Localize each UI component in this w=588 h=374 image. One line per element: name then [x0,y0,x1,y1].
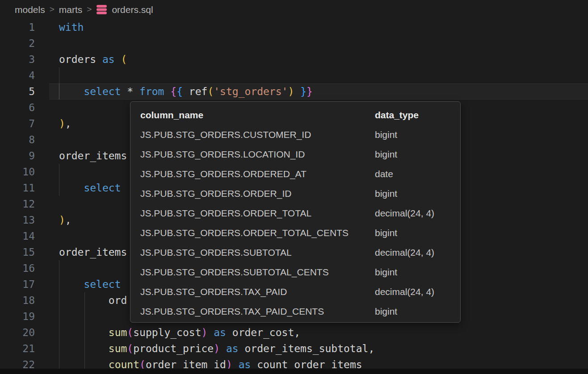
popup-header-row: column_name data_type [130,105,460,125]
line-number: 18 [0,292,35,308]
code-line-21[interactable]: 21 sum(product_price) as order_items_sub… [0,341,588,357]
code-editor[interactable]: 1with23orders as (45 select * from {{ re… [0,0,588,374]
popup-column-name: JS.PUB.STG_ORDERS.SUBTOTAL [140,243,292,262]
line-number: 4 [0,67,35,83]
code-line-1[interactable]: 1with [0,19,588,35]
popup-header-data-type: data_type [375,105,419,125]
popup-header-column-name: column_name [140,105,203,125]
popup-row: JS.PUB.STG_ORDERS.ORDERED_ATdate [130,164,460,184]
popup-row: JS.PUB.STG_ORDERS.ORDER_IDbigint [130,184,460,204]
code-text: select * from {{ ref('stg_orders') }} [59,83,313,100]
popup-row: JS.PUB.STG_ORDERS.ORDER_TOTALdecimal(24,… [130,204,460,223]
popup-row: JS.PUB.STG_ORDERS.CUSTOMER_IDbigint [130,125,460,145]
line-number: 1 [0,19,35,35]
indent-guide [59,164,59,180]
code-line-3[interactable]: 3orders as ( [0,51,588,67]
popup-data-type: bigint [375,302,397,321]
popup-data-type: decimal(24, 4) [375,243,434,262]
indent-guide [84,308,85,324]
popup-column-name: JS.PUB.STG_ORDERS.TAX_PAID_CENTS [140,302,324,321]
line-number: 16 [0,260,35,276]
indent-guide [59,260,59,276]
popup-data-type: date [375,164,393,184]
line-number: 17 [0,276,35,292]
line-number: 21 [0,341,35,357]
popup-data-type: bigint [375,262,397,282]
popup-row: JS.PUB.STG_ORDERS.LOCATION_IDbigint [130,145,460,164]
code-text: select [59,276,121,292]
code-line-2[interactable]: 2 [0,35,588,51]
popup-column-name: JS.PUB.STG_ORDERS.TAX_PAID [140,282,287,302]
code-line-20[interactable]: 20 sum(supply_cost) as order_cost, [0,324,588,341]
popup-row: JS.PUB.STG_ORDERS.SUBTOTAL_CENTSbigint [130,262,460,282]
code-text: select [59,180,121,196]
popup-data-type: decimal(24, 4) [375,204,434,223]
popup-data-type: bigint [375,223,397,243]
line-number: 13 [0,212,35,228]
line-number: 3 [0,51,35,67]
line-number: 20 [0,324,35,341]
popup-column-name: JS.PUB.STG_ORDERS.SUBTOTAL_CENTS [140,262,329,282]
code-text: ), [59,212,71,228]
line-number: 19 [0,308,35,324]
indent-guide [59,308,59,324]
code-text: with [59,19,84,35]
code-line-4[interactable]: 4 [0,67,588,83]
code-text: sum(product_price) as order_items_subtot… [59,341,374,357]
popup-column-name: JS.PUB.STG_ORDERS.ORDER_TOTAL_CENTS [140,223,349,243]
line-number: 6 [0,100,35,116]
popup-row: JS.PUB.STG_ORDERS.TAX_PAIDdecimal(24, 4) [130,282,460,302]
code-line-5[interactable]: 5 select * from {{ ref('stg_orders') }} [0,83,588,100]
popup-row: JS.PUB.STG_ORDERS.SUBTOTALdecimal(24, 4) [130,243,460,262]
popup-data-type: bigint [375,184,397,204]
popup-row: JS.PUB.STG_ORDERS.ORDER_TOTAL_CENTSbigin… [130,223,460,243]
popup-row: JS.PUB.STG_ORDERS.TAX_PAID_CENTSbigint [130,302,460,321]
line-number: 5 [0,83,35,100]
editor-bottom-edge [0,369,588,374]
code-text: order_items [59,244,127,260]
code-text: orders as ( [59,51,127,67]
popup-data-type: decimal(24, 4) [375,282,434,302]
line-number: 12 [0,196,35,212]
popup-column-name: JS.PUB.STG_ORDERS.ORDERED_AT [140,164,307,184]
line-number: 15 [0,244,35,260]
line-number: 14 [0,228,35,244]
line-number: 9 [0,148,35,164]
popup-data-type: bigint [375,145,397,164]
line-number: 11 [0,180,35,196]
popup-column-name: JS.PUB.STG_ORDERS.LOCATION_ID [140,145,305,164]
code-text: order_items [59,148,127,164]
code-text: ord [59,292,127,308]
line-number: 8 [0,132,35,148]
popup-column-name: JS.PUB.STG_ORDERS.CUSTOMER_ID [140,125,311,145]
line-number: 7 [0,116,35,132]
line-number: 10 [0,164,35,180]
code-text: sum(supply_cost) as order_cost, [59,324,300,341]
column-info-popup: column_name data_type JS.PUB.STG_ORDERS.… [130,101,461,323]
popup-rows: JS.PUB.STG_ORDERS.CUSTOMER_IDbigintJS.PU… [130,125,460,321]
indent-guide [59,67,59,83]
popup-column-name: JS.PUB.STG_ORDERS.ORDER_ID [140,184,291,204]
popup-column-name: JS.PUB.STG_ORDERS.ORDER_TOTAL [140,204,311,223]
line-number: 2 [0,35,35,51]
code-text: ), [59,116,71,132]
popup-data-type: bigint [375,125,397,145]
